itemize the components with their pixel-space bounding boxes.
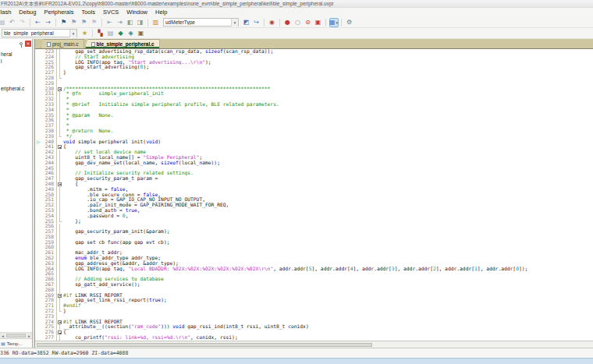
outdent-icon[interactable]: ⇤ — [105, 18, 115, 27]
code-line-224[interactable]: 224 // Start advertising — [35, 55, 593, 60]
find-icon[interactable]: ◉ — [268, 18, 277, 27]
code-line-277[interactable]: 277 co_printf("rssi: link=%d, rssi=%d.\r… — [35, 335, 593, 341]
rebuild-icon[interactable]: ▤ — [106, 29, 115, 38]
indent-icon[interactable]: ⇥ — [115, 18, 125, 27]
menu-tools[interactable]: Tools — [77, 8, 99, 17]
code-line-252[interactable]: 252 .pair_init_mode = GAP_PAIRING_MODE_W… — [35, 203, 593, 208]
code-line-269[interactable]: 269#if LINK_RSSI_REPORT — [35, 293, 593, 299]
code-line-230[interactable]: 230/************************************… — [35, 87, 593, 92]
disable-all-breakpoints-icon[interactable]: ⊘ — [304, 18, 313, 27]
code-line-274[interactable]: 274#if LINK_RSSI_REPORT — [35, 320, 593, 325]
code-line-236[interactable]: 236 * — [35, 118, 593, 123]
fold-collapse-icon[interactable] — [58, 87, 62, 91]
code-line-268[interactable]: 268 — [35, 288, 593, 293]
code-line-262[interactable]: 262 enum ble_addr_type addr_type; — [35, 256, 593, 261]
code-line-253[interactable]: 253 .bond_auth = true, — [35, 208, 593, 214]
toggle-bookmark-icon[interactable]: ⚑ — [59, 18, 69, 27]
code-line-240[interactable]: ▷240void simple_peripheral_init(void) — [35, 140, 593, 145]
code-line-242[interactable]: 242 // set local device name — [35, 150, 593, 155]
project-tree-item-1[interactable]: l — [1, 58, 2, 64]
templates-tab[interactable]: Temp... — [7, 341, 23, 346]
menu-window[interactable]: Window — [123, 8, 151, 17]
code-line-227[interactable]: 227} — [35, 70, 593, 76]
fold-column[interactable] — [57, 144, 63, 150]
fold-collapse-icon[interactable] — [58, 330, 62, 334]
target-dropdown-button[interactable]: ▾ — [69, 30, 76, 37]
code-line-264[interactable]: 264 LOG_INFO(app_tag, "Local BDADDR: %02… — [35, 267, 593, 272]
menu-peripherals[interactable]: Peripherals — [40, 8, 77, 17]
fold-collapse-icon[interactable] — [58, 182, 62, 186]
code-line-246[interactable]: 246 // Initialize security related setti… — [35, 171, 593, 176]
code-line-263[interactable]: 263 gap_address_get(&addr, &addr_type); — [35, 261, 593, 267]
code-line-228[interactable]: 228 — [35, 76, 593, 81]
clipboard-icon[interactable]: ▤ — [0, 18, 7, 27]
build-icon[interactable]: ▚ — [96, 29, 105, 38]
scroll-left-icon[interactable]: ◂ — [0, 333, 5, 338]
fold-collapse-icon[interactable] — [58, 294, 62, 298]
undo-icon[interactable]: ↶ — [8, 18, 17, 27]
next-bookmark-icon[interactable]: ⚑ — [80, 18, 89, 27]
prev-bookmark-icon[interactable]: ⚑ — [69, 18, 79, 27]
code-line-229[interactable]: 229 — [35, 81, 593, 87]
code-line-249[interactable]: 249 .mitm = false, — [35, 187, 593, 193]
menu-flash[interactable]: Flash — [0, 8, 15, 17]
code-line-234[interactable]: 234 * — [35, 108, 593, 113]
code-line-276[interactable]: 276{ — [35, 330, 593, 335]
comment-selection-icon[interactable]: ◧ — [126, 18, 135, 27]
code-line-270[interactable]: 270 gap_set_link_rssi_report(true); — [35, 298, 593, 303]
code-line-247[interactable]: 247 gap_security_param_t param = — [35, 176, 593, 182]
code-line-232[interactable]: 232 * — [35, 97, 593, 102]
editor-hscrollbar[interactable] — [35, 341, 593, 348]
menu-help[interactable]: Help — [151, 8, 171, 17]
fold-column[interactable] — [57, 293, 63, 299]
code-line-259[interactable]: 259 gap_set_cb_func(app_gap_evt_cb); — [35, 240, 593, 246]
fold-collapse-icon[interactable] — [58, 320, 62, 324]
wrench-icon[interactable]: ⚙ — [345, 18, 354, 27]
goto-icon[interactable]: ↪ — [252, 18, 261, 27]
download-icon[interactable]: ▣ — [137, 29, 146, 38]
tab-ble_simple_peripheral.c[interactable]: ble_simple_peripheral.c — [85, 39, 160, 48]
code-line-266[interactable]: 266 // Adding services to database — [35, 277, 593, 282]
code-line-238[interactable]: 238 * @return None. — [35, 129, 593, 134]
scroll-right-icon[interactable]: ▸ — [27, 333, 32, 338]
enable-breakpoint-icon[interactable]: ○ — [293, 18, 303, 27]
code-line-231[interactable]: 231 * @fn simple_peripheral_init — [35, 91, 593, 97]
menu-debug[interactable]: Debug — [15, 8, 40, 17]
project-tree-item-0[interactable]: heral — [1, 51, 12, 57]
uncomment-selection-icon[interactable]: ◨ — [136, 18, 145, 27]
code-line-260[interactable]: 260 — [35, 245, 593, 250]
translate-icon[interactable]: ◆ — [116, 29, 126, 38]
back-icon[interactable]: ← — [34, 18, 43, 27]
code-line-235[interactable]: 235 * @param None. — [35, 113, 593, 118]
forward-icon[interactable]: → — [44, 18, 53, 27]
project-tree-item-2[interactable]: eripheral.c — [1, 86, 24, 91]
fold-column[interactable] — [57, 87, 63, 92]
code-line-257[interactable]: 257 gap_security_param_init(&param); — [35, 229, 593, 235]
code-line-275[interactable]: 275__attribute__((section("ram_code"))) … — [35, 324, 593, 330]
code-line-237[interactable]: 237 * — [35, 123, 593, 129]
fold-collapse-icon[interactable] — [58, 145, 62, 149]
batch-build-icon[interactable]: ◈ — [126, 29, 136, 38]
scrollbar-thumb[interactable] — [6, 334, 26, 337]
code-line-271[interactable]: 271#endif — [35, 303, 593, 309]
code-line-256[interactable]: 256 — [35, 224, 593, 229]
code-line-258[interactable]: 258 — [35, 235, 593, 240]
code-line-254[interactable]: 254 .password = 0, — [35, 214, 593, 219]
fold-column[interactable] — [57, 330, 63, 335]
code-line-272[interactable]: 272} — [35, 309, 593, 314]
code-line-273[interactable]: 273 — [35, 314, 593, 320]
code-line-261[interactable]: 261 mac_addr_t addr; — [35, 250, 593, 256]
project-panel-hscrollbar[interactable]: ◂ ▸ — [0, 332, 32, 338]
code-line-248[interactable]: 248 { — [35, 182, 593, 187]
close-panel-button[interactable]: × — [25, 41, 31, 47]
menu-svcs[interactable]: SVCS — [99, 8, 123, 17]
fold-column[interactable] — [57, 182, 63, 187]
options-for-target-icon[interactable]: ★ — [80, 29, 90, 38]
target-select[interactable]: ble_simple_peripheral ▾ — [2, 29, 77, 37]
tab-proj_main.c[interactable]: proj_main.c — [41, 39, 84, 48]
pin-icon[interactable] — [20, 42, 23, 45]
code-line-233[interactable]: 233 * @brief Initialize simple periphera… — [35, 102, 593, 108]
code-line-251[interactable]: 251 .io_cap = GAP_IO_CAP_NO_INPUT_NO_OUT… — [35, 197, 593, 203]
debug-windows-dropdown[interactable]: ▦▾ — [329, 18, 339, 27]
code-line-243[interactable]: 243 uint8_t local_name[] = "Simple Perip… — [35, 155, 593, 161]
